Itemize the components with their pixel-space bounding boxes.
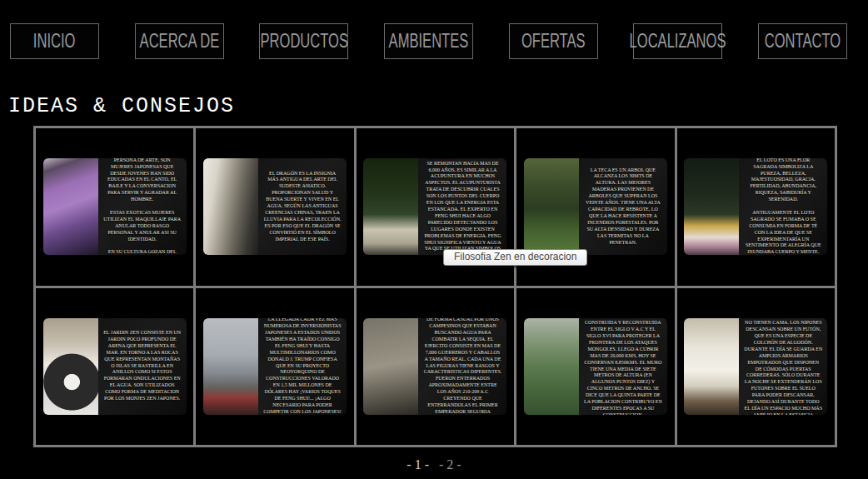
- nav-acerca-de-label: ACERCA DE: [139, 30, 219, 52]
- nav-localizanos-label: LOCALIZANOS: [630, 30, 726, 52]
- card-gran-muralla-slide: LA GRAN MURALLA CHINA FUE CONSTRUIDA Y R…: [524, 318, 667, 415]
- card-guerreros-xian-slide: LOS GUERREROS DE XIAN FUERON DESCUBIERTO…: [363, 318, 506, 415]
- card-dragon-slide: EL DRAGÓN ES LA INSIGNIA MÁS ANTIGUA DEL…: [203, 158, 347, 255]
- page-link-1[interactable]: - 1 -: [407, 457, 429, 472]
- card-inversionistas[interactable]: LA LLEGADA CADA VEZ MÁS NUMEROSA DE INVE…: [196, 288, 353, 446]
- nav-ofertas[interactable]: OFERTAS: [509, 23, 598, 59]
- card-loto-slide: EL LOTO ES UNA FLOR SAGRADA SIMBOLIZA LA…: [684, 158, 827, 255]
- card-teca-slide: LA TECA ES UN ARBOL QUE ALCANZA LOS 30MT…: [524, 158, 667, 255]
- japanese-futon-room-image: [684, 318, 739, 415]
- card-habitaciones[interactable]: LAS HABITACIONES JAPONESAS NO TIENEN CAM…: [677, 288, 835, 446]
- card-loto[interactable]: EL LOTO ES UNA FLOR SAGRADA SIMBOLIZA LA…: [677, 128, 835, 286]
- pagination: - 1 - - 2 -: [0, 457, 868, 472]
- card-habitaciones-slide: LAS HABITACIONES JAPONESAS NO TIENEN CAM…: [684, 318, 827, 415]
- nav-productos-label: PRODUCTOS: [260, 30, 348, 52]
- card-teca-text: LA TECA ES UN ARBOL QUE ALCANZA LOS 30MT…: [584, 167, 662, 247]
- card-geishas[interactable]: LAS GEISHAS, QUE SIGNIFICA PERSONA DE AR…: [36, 128, 193, 286]
- card-gran-muralla-text: LA GRAN MURALLA CHINA FUE CONSTRUIDA Y R…: [584, 318, 662, 415]
- card-geishas-text: LAS GEISHAS, QUE SIGNIFICA PERSONA DE AR…: [103, 158, 182, 255]
- page-title: IDEAS & CONSEJOS: [8, 94, 868, 118]
- card-jardin-zen-slide: EL JARDIN ZEN CONSISTE EN UN JARDIN POCO…: [43, 318, 187, 415]
- card-geishas-slide: LAS GEISHAS, QUE SIGNIFICA PERSONA DE AR…: [43, 158, 187, 255]
- page-link-2[interactable]: - 2 -: [439, 457, 461, 472]
- main-nav: INICIO ACERCA DE PRODUCTOS AMBIENTES OFE…: [10, 23, 847, 59]
- nav-localizanos[interactable]: LOCALIZANOS: [633, 23, 722, 59]
- card-gran-muralla[interactable]: LA GRAN MURALLA CHINA FUE CONSTRUIDA Y R…: [516, 288, 674, 446]
- nav-inicio-label: INICIO: [33, 30, 76, 52]
- nav-contacto-label: CONTACTO: [765, 30, 841, 52]
- ideas-grid: LAS GEISHAS, QUE SIGNIFICA PERSONA DE AR…: [33, 126, 837, 447]
- card-inversionistas-slide: LA LLEGADA CADA VEZ MÁS NUMEROSA DE INVE…: [203, 318, 347, 415]
- shanghai-tower-image: [203, 318, 258, 415]
- nav-inicio[interactable]: INICIO: [10, 23, 99, 59]
- card-guerreros-xian-text: LOS GUERREROS DE XIAN FUERON DESCUBIERTO…: [423, 318, 501, 415]
- card-loto-text: EL LOTO ES UNA FLOR SAGRADA SIMBOLIZA LA…: [744, 158, 822, 255]
- card-jardin-zen-text: EL JARDIN ZEN CONSISTE EN UN JARDIN POCO…: [103, 330, 182, 402]
- nav-acerca-de[interactable]: ACERCA DE: [135, 23, 224, 59]
- buddha-lotus-image: [684, 158, 739, 255]
- zen-garden-furniture-image: [363, 158, 418, 255]
- nav-ambientes[interactable]: AMBIENTES: [384, 23, 473, 59]
- card-habitaciones-text: LAS HABITACIONES JAPONESAS NO TIENEN CAM…: [744, 318, 822, 415]
- card-jardin-zen[interactable]: EL JARDIN ZEN CONSISTE EN UN JARDIN POCO…: [36, 288, 193, 446]
- asian-statue-image: [203, 158, 258, 255]
- card-feng-shui-text: LOS ORIGENES DEL FENG SHUI SE REMONTAN H…: [423, 158, 501, 255]
- nav-ambientes-label: AMBIENTES: [389, 30, 469, 52]
- terracotta-warriors-image: [363, 318, 418, 415]
- nav-contacto[interactable]: CONTACTO: [758, 23, 847, 59]
- card-dragon-text: EL DRAGÓN ES LA INSIGNIA MÁS ANTIGUA DEL…: [263, 171, 342, 243]
- geisha-portrait-image: [43, 158, 98, 255]
- teak-forest-image: [524, 158, 579, 255]
- nav-productos[interactable]: PRODUCTOS: [259, 23, 348, 59]
- card-feng-shui-slide: LOS ORIGENES DEL FENG SHUI SE REMONTAN H…: [363, 158, 506, 255]
- card-dragon[interactable]: EL DRAGÓN ES LA INSIGNIA MÁS ANTIGUA DEL…: [196, 128, 353, 286]
- card-inversionistas-text: LA LLEGADA CADA VEZ MÁS NUMEROSA DE INVE…: [263, 318, 342, 415]
- nav-ofertas-label: OFERTAS: [521, 30, 586, 52]
- card-guerreros-xian[interactable]: LOS GUERREROS DE XIAN FUERON DESCUBIERTO…: [357, 288, 514, 446]
- great-wall-image: [524, 318, 579, 415]
- zen-sand-bowl-image: [43, 318, 98, 415]
- hover-tooltip: Filosofia Zen en decoracion: [443, 249, 587, 266]
